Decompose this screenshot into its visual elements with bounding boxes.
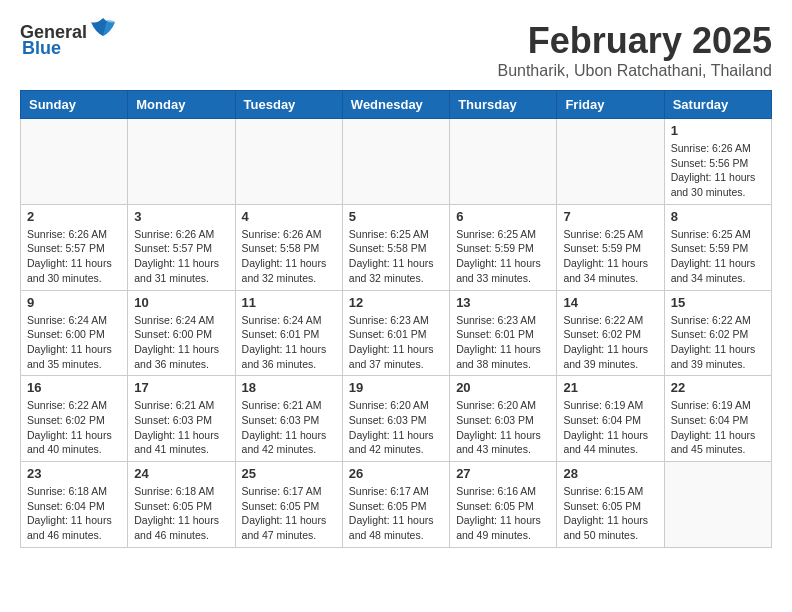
calendar-cell: 11Sunrise: 6:24 AMSunset: 6:01 PMDayligh…	[235, 290, 342, 376]
calendar-cell: 4Sunrise: 6:26 AMSunset: 5:58 PMDaylight…	[235, 204, 342, 290]
day-info: Sunrise: 6:25 AMSunset: 5:59 PMDaylight:…	[671, 227, 765, 286]
day-number: 4	[242, 209, 336, 224]
week-row-3: 9Sunrise: 6:24 AMSunset: 6:00 PMDaylight…	[21, 290, 772, 376]
calendar-cell	[235, 119, 342, 205]
day-number: 28	[563, 466, 657, 481]
day-number: 26	[349, 466, 443, 481]
day-number: 12	[349, 295, 443, 310]
calendar-cell: 13Sunrise: 6:23 AMSunset: 6:01 PMDayligh…	[450, 290, 557, 376]
calendar-cell: 8Sunrise: 6:25 AMSunset: 5:59 PMDaylight…	[664, 204, 771, 290]
calendar-cell	[664, 462, 771, 548]
calendar-cell: 22Sunrise: 6:19 AMSunset: 6:04 PMDayligh…	[664, 376, 771, 462]
day-number: 21	[563, 380, 657, 395]
day-number: 1	[671, 123, 765, 138]
day-number: 25	[242, 466, 336, 481]
calendar-cell: 23Sunrise: 6:18 AMSunset: 6:04 PMDayligh…	[21, 462, 128, 548]
calendar-cell: 14Sunrise: 6:22 AMSunset: 6:02 PMDayligh…	[557, 290, 664, 376]
day-number: 14	[563, 295, 657, 310]
calendar-cell: 18Sunrise: 6:21 AMSunset: 6:03 PMDayligh…	[235, 376, 342, 462]
calendar-cell: 20Sunrise: 6:20 AMSunset: 6:03 PMDayligh…	[450, 376, 557, 462]
calendar-cell: 7Sunrise: 6:25 AMSunset: 5:59 PMDaylight…	[557, 204, 664, 290]
calendar-cell: 12Sunrise: 6:23 AMSunset: 6:01 PMDayligh…	[342, 290, 449, 376]
day-number: 8	[671, 209, 765, 224]
day-info: Sunrise: 6:25 AMSunset: 5:58 PMDaylight:…	[349, 227, 443, 286]
day-number: 7	[563, 209, 657, 224]
day-info: Sunrise: 6:22 AMSunset: 6:02 PMDaylight:…	[671, 313, 765, 372]
day-info: Sunrise: 6:26 AMSunset: 5:56 PMDaylight:…	[671, 141, 765, 200]
day-info: Sunrise: 6:26 AMSunset: 5:58 PMDaylight:…	[242, 227, 336, 286]
day-info: Sunrise: 6:19 AMSunset: 6:04 PMDaylight:…	[671, 398, 765, 457]
day-header-thursday: Thursday	[450, 91, 557, 119]
day-info: Sunrise: 6:16 AMSunset: 6:05 PMDaylight:…	[456, 484, 550, 543]
day-info: Sunrise: 6:17 AMSunset: 6:05 PMDaylight:…	[349, 484, 443, 543]
month-title: February 2025	[497, 20, 772, 62]
day-number: 16	[27, 380, 121, 395]
calendar-cell: 10Sunrise: 6:24 AMSunset: 6:00 PMDayligh…	[128, 290, 235, 376]
calendar-cell: 26Sunrise: 6:17 AMSunset: 6:05 PMDayligh…	[342, 462, 449, 548]
week-row-2: 2Sunrise: 6:26 AMSunset: 5:57 PMDaylight…	[21, 204, 772, 290]
week-row-1: 1Sunrise: 6:26 AMSunset: 5:56 PMDaylight…	[21, 119, 772, 205]
day-info: Sunrise: 6:22 AMSunset: 6:02 PMDaylight:…	[27, 398, 121, 457]
day-info: Sunrise: 6:26 AMSunset: 5:57 PMDaylight:…	[27, 227, 121, 286]
day-header-monday: Monday	[128, 91, 235, 119]
calendar-cell: 6Sunrise: 6:25 AMSunset: 5:59 PMDaylight…	[450, 204, 557, 290]
day-number: 15	[671, 295, 765, 310]
day-header-tuesday: Tuesday	[235, 91, 342, 119]
day-number: 24	[134, 466, 228, 481]
calendar-cell: 19Sunrise: 6:20 AMSunset: 6:03 PMDayligh…	[342, 376, 449, 462]
day-number: 11	[242, 295, 336, 310]
day-info: Sunrise: 6:21 AMSunset: 6:03 PMDaylight:…	[134, 398, 228, 457]
week-row-5: 23Sunrise: 6:18 AMSunset: 6:04 PMDayligh…	[21, 462, 772, 548]
calendar-cell: 24Sunrise: 6:18 AMSunset: 6:05 PMDayligh…	[128, 462, 235, 548]
calendar-cell: 21Sunrise: 6:19 AMSunset: 6:04 PMDayligh…	[557, 376, 664, 462]
day-number: 20	[456, 380, 550, 395]
day-number: 2	[27, 209, 121, 224]
days-header-row: SundayMondayTuesdayWednesdayThursdayFrid…	[21, 91, 772, 119]
day-info: Sunrise: 6:15 AMSunset: 6:05 PMDaylight:…	[563, 484, 657, 543]
day-info: Sunrise: 6:17 AMSunset: 6:05 PMDaylight:…	[242, 484, 336, 543]
week-row-4: 16Sunrise: 6:22 AMSunset: 6:02 PMDayligh…	[21, 376, 772, 462]
calendar-cell: 28Sunrise: 6:15 AMSunset: 6:05 PMDayligh…	[557, 462, 664, 548]
day-info: Sunrise: 6:25 AMSunset: 5:59 PMDaylight:…	[563, 227, 657, 286]
day-info: Sunrise: 6:20 AMSunset: 6:03 PMDaylight:…	[349, 398, 443, 457]
location-title: Buntharik, Ubon Ratchathani, Thailand	[497, 62, 772, 80]
day-info: Sunrise: 6:23 AMSunset: 6:01 PMDaylight:…	[349, 313, 443, 372]
title-section: February 2025 Buntharik, Ubon Ratchathan…	[497, 20, 772, 80]
calendar-cell	[557, 119, 664, 205]
calendar-cell: 16Sunrise: 6:22 AMSunset: 6:02 PMDayligh…	[21, 376, 128, 462]
day-header-wednesday: Wednesday	[342, 91, 449, 119]
day-number: 10	[134, 295, 228, 310]
header: General Blue February 2025 Buntharik, Ub…	[20, 20, 772, 80]
day-number: 6	[456, 209, 550, 224]
day-info: Sunrise: 6:26 AMSunset: 5:57 PMDaylight:…	[134, 227, 228, 286]
calendar-cell: 3Sunrise: 6:26 AMSunset: 5:57 PMDaylight…	[128, 204, 235, 290]
logo-blue: Blue	[22, 38, 61, 59]
day-info: Sunrise: 6:23 AMSunset: 6:01 PMDaylight:…	[456, 313, 550, 372]
day-info: Sunrise: 6:24 AMSunset: 6:00 PMDaylight:…	[27, 313, 121, 372]
calendar-cell: 17Sunrise: 6:21 AMSunset: 6:03 PMDayligh…	[128, 376, 235, 462]
calendar-cell: 25Sunrise: 6:17 AMSunset: 6:05 PMDayligh…	[235, 462, 342, 548]
calendar-cell	[128, 119, 235, 205]
day-number: 27	[456, 466, 550, 481]
day-info: Sunrise: 6:24 AMSunset: 6:01 PMDaylight:…	[242, 313, 336, 372]
calendar-table: SundayMondayTuesdayWednesdayThursdayFrid…	[20, 90, 772, 548]
day-info: Sunrise: 6:22 AMSunset: 6:02 PMDaylight:…	[563, 313, 657, 372]
calendar-cell	[21, 119, 128, 205]
day-number: 13	[456, 295, 550, 310]
day-number: 18	[242, 380, 336, 395]
day-info: Sunrise: 6:18 AMSunset: 6:04 PMDaylight:…	[27, 484, 121, 543]
day-header-friday: Friday	[557, 91, 664, 119]
calendar-cell: 1Sunrise: 6:26 AMSunset: 5:56 PMDaylight…	[664, 119, 771, 205]
day-number: 9	[27, 295, 121, 310]
day-info: Sunrise: 6:21 AMSunset: 6:03 PMDaylight:…	[242, 398, 336, 457]
day-number: 22	[671, 380, 765, 395]
day-number: 17	[134, 380, 228, 395]
day-info: Sunrise: 6:19 AMSunset: 6:04 PMDaylight:…	[563, 398, 657, 457]
day-info: Sunrise: 6:18 AMSunset: 6:05 PMDaylight:…	[134, 484, 228, 543]
day-info: Sunrise: 6:20 AMSunset: 6:03 PMDaylight:…	[456, 398, 550, 457]
calendar-cell: 27Sunrise: 6:16 AMSunset: 6:05 PMDayligh…	[450, 462, 557, 548]
day-header-saturday: Saturday	[664, 91, 771, 119]
day-number: 23	[27, 466, 121, 481]
calendar-cell: 2Sunrise: 6:26 AMSunset: 5:57 PMDaylight…	[21, 204, 128, 290]
calendar-cell: 5Sunrise: 6:25 AMSunset: 5:58 PMDaylight…	[342, 204, 449, 290]
